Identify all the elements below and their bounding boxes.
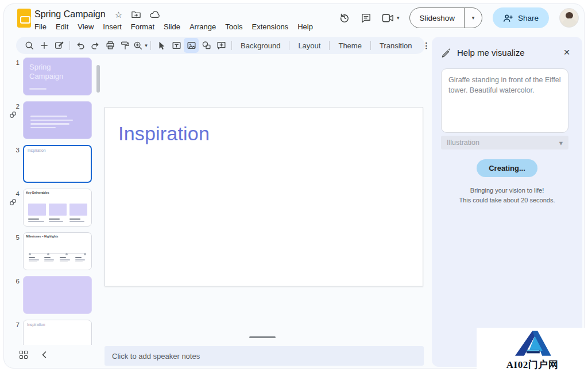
- menu-slide[interactable]: Slide: [159, 21, 185, 32]
- slide-canvas[interactable]: Inspiration: [105, 107, 423, 286]
- thumbnail-title: Inspiration: [24, 320, 69, 327]
- layout-button[interactable]: Layout: [292, 41, 326, 50]
- slideshow-caret-icon: ▾: [472, 15, 475, 21]
- top-right-actions: ▾ Slideshow ▾ Share: [339, 7, 579, 28]
- watermark: AI02门户网: [477, 328, 588, 372]
- new-slide-button[interactable]: [37, 38, 52, 53]
- toolbar-divider: [231, 41, 232, 50]
- insert-shape-icon[interactable]: [199, 38, 214, 53]
- slide-filmstrip: 1 Spring Campaign 2 3 Inspiration 4 Key …: [6, 57, 99, 345]
- style-dropdown-caret-icon: ▾: [559, 139, 563, 147]
- slide-thumbnail-1[interactable]: Spring Campaign: [23, 57, 92, 95]
- edit-box-icon[interactable]: [52, 38, 67, 53]
- slide-number: 2: [6, 101, 20, 139]
- slide-thumbnail-6[interactable]: [23, 276, 92, 314]
- watermark-logo-icon: [511, 329, 554, 358]
- slide-thumbnail-row-3: 3 Inspiration: [6, 145, 99, 183]
- slide-number: 3: [6, 145, 20, 183]
- toolbar-divider: [329, 41, 330, 50]
- slide-thumbnail-row-1: 1 Spring Campaign: [6, 57, 99, 95]
- slide-title-textbox[interactable]: Inspiration: [118, 122, 210, 145]
- canvas-horizontal-scrollbar[interactable]: [249, 336, 276, 338]
- filmstrip-scrollbar[interactable]: [96, 65, 100, 93]
- menu-help[interactable]: Help: [293, 21, 318, 32]
- search-menus-icon[interactable]: [22, 38, 37, 53]
- menu-file[interactable]: File: [30, 21, 51, 32]
- magic-pencil-icon: [441, 47, 451, 57]
- watermark-text: AI02门户网: [506, 358, 558, 371]
- camera-dropdown-caret-icon[interactable]: ▾: [397, 15, 400, 21]
- slide-thumbnail-row-4: 4 Key Deliverables: [6, 189, 99, 227]
- slide-thumbnail-2[interactable]: [23, 101, 92, 139]
- menu-insert[interactable]: Insert: [98, 21, 126, 32]
- slide-thumbnail-5[interactable]: Milestones – Highlights: [23, 232, 92, 270]
- slideshow-button[interactable]: Slideshow: [410, 8, 465, 28]
- transition-button[interactable]: Transition: [374, 41, 418, 50]
- slideshow-split-button: Slideshow ▾: [409, 7, 482, 28]
- toolbar-divider: [69, 41, 70, 50]
- slide-number: 1: [6, 57, 20, 95]
- account-avatar[interactable]: [559, 8, 579, 28]
- meet-camera-button[interactable]: ▾: [382, 13, 400, 23]
- star-icon[interactable]: ☆: [115, 10, 122, 19]
- collapse-filmstrip-icon[interactable]: [41, 351, 47, 359]
- panel-header: Help me visualize ×: [432, 37, 582, 60]
- menu-extensions[interactable]: Extensions: [247, 21, 293, 32]
- status-line-1: Bringing your vision to life!: [432, 186, 582, 195]
- speaker-notes-field[interactable]: Click to add speaker notes: [105, 346, 424, 366]
- slideshow-options-button[interactable]: ▾: [465, 8, 482, 28]
- share-label: Share: [518, 14, 539, 22]
- slide-number: 7: [6, 320, 20, 345]
- menu-edit[interactable]: Edit: [51, 21, 73, 32]
- style-dropdown[interactable]: Illustration ▾: [441, 136, 568, 149]
- cloud-status-icon[interactable]: [150, 11, 160, 18]
- linked-slide-icon: [9, 198, 17, 206]
- share-button[interactable]: Share: [493, 7, 549, 28]
- move-folder-icon[interactable]: [131, 10, 141, 18]
- redo-button[interactable]: [88, 38, 103, 53]
- menu-view[interactable]: View: [73, 21, 98, 32]
- print-button[interactable]: [103, 38, 118, 53]
- slide-thumbnail-4[interactable]: Key Deliverables: [23, 189, 92, 227]
- thumbnail-title: Inspiration: [24, 146, 69, 153]
- comments-icon[interactable]: [361, 13, 372, 24]
- linked-slide-icon: [9, 111, 17, 118]
- generation-status: Bringing your vision to life! This could…: [432, 186, 582, 205]
- speaker-notes-placeholder: Click to add speaker notes: [112, 352, 200, 361]
- creating-button[interactable]: Creating...: [477, 159, 537, 177]
- undo-button[interactable]: [73, 38, 88, 53]
- close-panel-icon[interactable]: ×: [559, 45, 574, 60]
- slide-thumbnail-3-selected[interactable]: Inspiration: [23, 145, 92, 183]
- slide-thumbnail-7[interactable]: Inspiration: [23, 320, 92, 345]
- toolbar-divider: [370, 41, 371, 50]
- style-dropdown-value: Illustration: [447, 139, 479, 147]
- main-toolbar: ▾ Background Layout Theme Transition ⋮: [16, 37, 425, 54]
- comment-add-icon[interactable]: [214, 38, 229, 53]
- insert-image-icon[interactable]: [184, 38, 199, 53]
- text-box-icon[interactable]: [169, 38, 184, 53]
- zoom-dropdown[interactable]: ▾: [133, 38, 148, 53]
- google-slides-logo-icon[interactable]: [17, 9, 31, 28]
- paint-format-icon[interactable]: [118, 38, 133, 53]
- toolbar-divider: [150, 41, 151, 50]
- select-cursor-icon[interactable]: [154, 38, 169, 53]
- thumbnail-title: Milestones – Highlights: [24, 233, 57, 238]
- thumbnail-title: Spring Campaign: [24, 58, 73, 82]
- slide-number: 4: [6, 189, 20, 227]
- slide-number: 6: [6, 276, 20, 314]
- slide-thumbnail-row-6: 6: [6, 276, 99, 314]
- document-title-row: Spring Campaign ☆: [34, 9, 160, 20]
- thumbnail-title: Key Deliverables: [24, 189, 57, 194]
- image-prompt-input[interactable]: Giraffe standing in front of the Eiffel …: [441, 68, 568, 133]
- zoom-caret-icon: ▾: [145, 43, 148, 48]
- version-history-icon[interactable]: [339, 12, 350, 24]
- document-title[interactable]: Spring Campaign: [34, 9, 106, 20]
- menu-format[interactable]: Format: [126, 21, 159, 32]
- theme-button[interactable]: Theme: [332, 41, 367, 50]
- grid-view-icon[interactable]: [20, 351, 28, 359]
- slide-number: 5: [6, 232, 20, 270]
- menu-arrange[interactable]: Arrange: [185, 21, 220, 32]
- slide-thumbnail-row-7: 7 Inspiration: [6, 320, 99, 345]
- background-button[interactable]: Background: [235, 41, 286, 50]
- menu-tools[interactable]: Tools: [220, 21, 247, 32]
